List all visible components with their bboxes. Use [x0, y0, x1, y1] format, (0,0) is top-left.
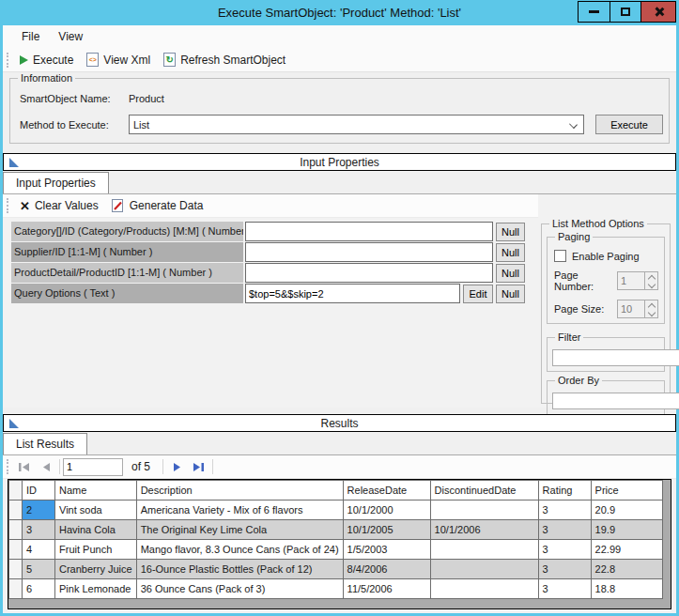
row-header-cell[interactable]: [9, 560, 23, 579]
column-header-name[interactable]: Name: [55, 481, 137, 500]
table-cell[interactable]: 4: [23, 540, 55, 560]
spin-down-icon[interactable]: [645, 281, 657, 289]
row-header-cell[interactable]: [9, 520, 23, 540]
row-header-cell[interactable]: [9, 579, 23, 599]
column-header-id[interactable]: ID: [23, 481, 55, 500]
table-cell[interactable]: The Original Key Lime Cola: [136, 520, 343, 540]
input-properties-section-header[interactable]: Input Properties: [3, 153, 676, 171]
table-cell[interactable]: 3: [538, 540, 591, 560]
property-value-input[interactable]: [245, 263, 493, 283]
results-pane: of 5 IDNameDe: [3, 454, 676, 613]
column-header-description[interactable]: Description: [136, 481, 343, 500]
tab-list-results[interactable]: List Results: [3, 433, 87, 454]
table-cell[interactable]: 10/1/2000: [343, 500, 430, 520]
table-cell[interactable]: 8/4/2006: [343, 560, 430, 579]
toolbar-grip[interactable]: [7, 53, 8, 68]
page-number-stepper[interactable]: 1: [617, 271, 658, 290]
table-cell[interactable]: Vint soda: [55, 500, 137, 520]
table-cell[interactable]: 1/5/2003: [343, 540, 430, 560]
table-header-row: IDNameDescriptionReleaseDateDiscontinued…: [9, 481, 663, 500]
page-size-stepper[interactable]: 10: [617, 300, 658, 318]
table-row: 3Havina ColaThe Original Key Lime Cola10…: [9, 520, 663, 540]
table-cell[interactable]: 6: [23, 579, 55, 599]
table-cell[interactable]: 3: [538, 579, 591, 599]
table-cell[interactable]: [430, 500, 538, 520]
current-page-input[interactable]: [63, 458, 123, 476]
execute-method-button[interactable]: Execute: [595, 115, 663, 134]
table-cell[interactable]: [430, 579, 538, 599]
next-page-button[interactable]: [166, 457, 188, 476]
table-cell[interactable]: 2: [23, 500, 55, 520]
row-header-cell[interactable]: [9, 540, 23, 560]
enable-paging-checkbox[interactable]: [554, 250, 566, 262]
play-icon: [20, 55, 28, 65]
method-combobox[interactable]: List: [129, 115, 584, 134]
first-page-button[interactable]: [13, 457, 35, 476]
table-cell[interactable]: 11/5/2006: [343, 579, 430, 599]
property-label: Category[]/ID (Category/Products) [M:M] …: [11, 222, 243, 241]
table-cell[interactable]: 3: [538, 560, 591, 579]
minimize-button[interactable]: [579, 2, 610, 22]
row-header-cell[interactable]: [9, 500, 23, 520]
null-button[interactable]: Null: [496, 264, 525, 283]
column-header-rating[interactable]: Rating: [538, 481, 591, 500]
null-button[interactable]: Null: [496, 285, 525, 303]
table-cell[interactable]: 36 Ounce Cans (Pack of 3): [136, 579, 343, 599]
table-cell[interactable]: [430, 560, 538, 579]
title-bar[interactable]: Execute SmartObject: 'Product' Method: '…: [3, 0, 676, 25]
refresh-smartobject-button[interactable]: ↻ Refresh SmartObject: [157, 51, 292, 69]
generate-data-button[interactable]: Generate Data: [105, 197, 210, 215]
window-controls: [578, 1, 676, 23]
filter-input[interactable]: [552, 349, 679, 366]
column-header-price[interactable]: Price: [591, 481, 662, 500]
close-button[interactable]: [640, 2, 675, 22]
table-cell[interactable]: Mango flavor, 8.3 Ounce Cans (Pack of 24…: [136, 540, 343, 560]
property-value-input[interactable]: [245, 242, 493, 262]
menu-view[interactable]: View: [49, 27, 92, 46]
column-header-releasedate[interactable]: ReleaseDate: [343, 481, 430, 500]
table-cell[interactable]: 20.9: [591, 500, 662, 520]
null-button[interactable]: Null: [496, 223, 525, 241]
collapse-icon[interactable]: [9, 158, 19, 167]
list-method-options-group: List Method Options Paging Enable Paging…: [541, 223, 671, 404]
order-by-input[interactable]: [552, 393, 679, 409]
column-header-discontinueddate[interactable]: DiscontinuedDate: [430, 481, 538, 500]
table-cell[interactable]: Fruit Punch: [55, 540, 137, 560]
menu-file[interactable]: File: [12, 27, 49, 46]
spin-down-icon[interactable]: [645, 309, 657, 317]
null-button[interactable]: Null: [496, 243, 525, 262]
table-cell[interactable]: 16-Ounce Plastic Bottles (Pack of 12): [136, 560, 343, 579]
last-page-button[interactable]: [188, 457, 209, 476]
table-cell[interactable]: 19.9: [591, 520, 662, 540]
table-cell[interactable]: [430, 540, 538, 560]
toolbar-grip[interactable]: [7, 459, 8, 474]
table-cell[interactable]: Havina Cola: [55, 520, 137, 540]
table-cell[interactable]: 5: [23, 560, 55, 579]
table-cell[interactable]: 3: [538, 500, 591, 520]
table-cell[interactable]: Americana Variety - Mix of 6 flavors: [136, 500, 343, 520]
table-cell[interactable]: 10/1/2006: [430, 520, 538, 540]
collapse-icon[interactable]: [9, 419, 19, 428]
table-cell[interactable]: Pink Lemonade: [55, 579, 137, 599]
execute-toolbar-button[interactable]: Execute: [13, 52, 80, 69]
edit-button[interactable]: Edit: [463, 285, 493, 303]
maximize-button[interactable]: [610, 2, 640, 22]
toolbar-grip[interactable]: [7, 198, 8, 213]
property-value-input[interactable]: [245, 222, 493, 241]
table-cell[interactable]: 22.99: [591, 540, 662, 560]
results-section-header[interactable]: Results: [3, 414, 676, 432]
table-cell[interactable]: 18.8: [591, 579, 662, 599]
table-corner-cell[interactable]: [9, 481, 23, 500]
previous-page-button[interactable]: [35, 457, 56, 476]
table-cell[interactable]: 22.8: [591, 560, 662, 579]
query-options-input[interactable]: [245, 284, 460, 303]
tab-input-properties[interactable]: Input Properties: [3, 172, 109, 193]
maximize-icon: [621, 8, 630, 16]
table-cell[interactable]: 10/1/2005: [343, 520, 430, 540]
table-row: 4Fruit PunchMango flavor, 8.3 Ounce Cans…: [9, 540, 663, 560]
table-cell[interactable]: 3: [538, 520, 591, 540]
table-cell[interactable]: Cranberry Juice: [55, 560, 137, 579]
view-xml-button[interactable]: <> View Xml: [80, 51, 157, 69]
clear-values-button[interactable]: ✕ Clear Values: [13, 197, 105, 214]
table-cell[interactable]: 3: [23, 520, 55, 540]
